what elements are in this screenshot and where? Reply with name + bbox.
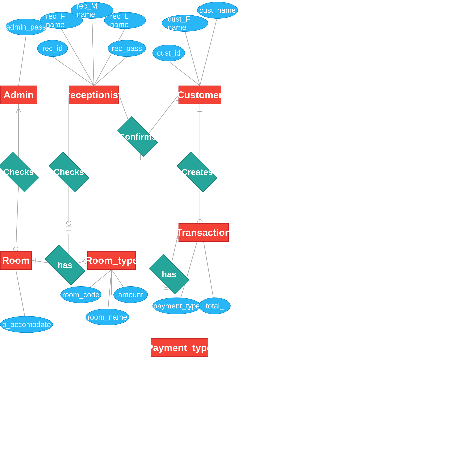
connector-lines [0,0,476,476]
svg-line-38 [204,242,215,306]
svg-line-22 [200,19,217,85]
cust-id-attribute: cust_id [153,45,185,61]
svg-line-2 [16,108,18,113]
room-entity: Room [0,251,32,270]
receptionist-entity: receptionist [69,85,119,104]
svg-line-4 [16,182,18,251]
payment-type-attribute: payment_type [153,298,201,314]
svg-line-21 [185,32,200,85]
svg-line-0 [18,35,26,85]
cust-f-name-attribute: cust_F name [162,15,208,32]
admin-entity: Admin [0,85,37,104]
svg-line-24 [147,95,178,136]
svg-line-12 [94,57,127,85]
p-accomodate-attribute: p_accomodate [0,316,53,333]
amount-attribute: amount [113,286,148,303]
svg-line-10 [94,29,125,85]
rec-pass-attribute: rec_pass [108,40,146,57]
rec-id-attribute: rec_id [37,40,68,57]
svg-line-9 [92,18,94,85]
svg-line-3 [18,108,21,113]
svg-line-23 [169,61,200,85]
customer-entity: Customer [178,85,221,104]
payment-type-entity: Payment_type [151,339,208,357]
svg-line-11 [53,57,94,85]
cust-name-attribute: cust_name [197,2,238,18]
room-code-attribute: room_code [60,286,101,303]
room-name-attribute: room_name [85,309,129,325]
transaction-entity: Transaction [178,223,229,242]
er-diagram: Admin receptionist Customer Room Room_ty… [0,0,476,476]
total-attribute: total_ [199,298,231,314]
rec-l-name-attribute: rec_L name [104,12,146,29]
room-type-entity: Room_type [87,251,136,270]
svg-line-8 [61,29,94,85]
